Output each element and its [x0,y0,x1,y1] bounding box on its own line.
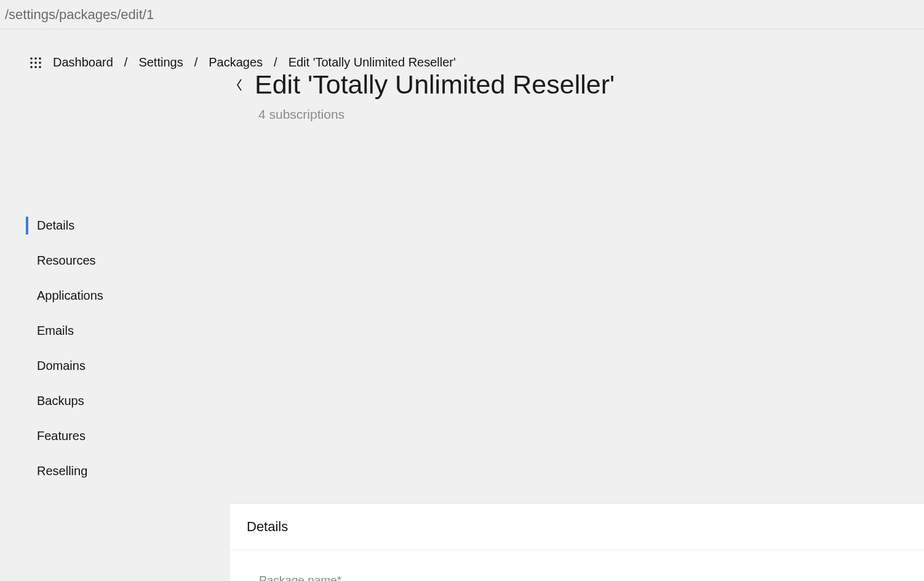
sidebar-item-label: Details [37,218,74,232]
svg-point-0 [30,57,33,60]
sidebar-item-label: Emails [37,324,74,337]
back-chevron-icon[interactable] [233,73,246,97]
sidebar-item-emails[interactable]: Emails [26,313,229,348]
svg-point-8 [39,66,41,68]
sidebar: Details Resources Applications Emails Do… [0,171,229,489]
sidebar-item-label: Features [37,429,86,443]
svg-point-3 [30,62,33,64]
package-name-label: Package name* [259,574,894,581]
svg-point-6 [30,66,33,68]
breadcrumb-separator: / [124,55,128,70]
breadcrumb-separator: / [274,55,277,70]
svg-point-5 [39,62,41,64]
sidebar-item-domains[interactable]: Domains [26,348,229,383]
breadcrumb-item-current: Edit 'Totally Unlimited Reseller' [289,55,456,70]
panel-title: Details [229,504,924,550]
page-subtitle: 4 subscriptions [258,107,924,122]
page-header: Edit 'Totally Unlimited Reseller' 4 subs… [0,70,924,122]
svg-point-7 [34,66,37,68]
sidebar-item-backups[interactable]: Backups [26,383,229,419]
svg-point-2 [39,57,41,60]
sidebar-item-resources[interactable]: Resources [26,243,229,278]
breadcrumb: Dashboard / Settings / Packages / Edit '… [0,30,924,70]
details-panel: Details Package name* This will be visib… [229,503,924,581]
page-title: Edit 'Totally Unlimited Reseller' [255,70,615,100]
apps-grid-icon[interactable] [30,57,42,68]
sidebar-item-label: Reselling [37,464,87,478]
sidebar-item-details[interactable]: Details [26,208,229,243]
sidebar-item-reselling[interactable]: Reselling [26,454,229,489]
url-path: /settings/packages/edit/1 [5,7,154,23]
sidebar-item-label: Domains [37,359,86,372]
sidebar-item-label: Resources [37,254,96,267]
svg-point-4 [34,62,37,64]
package-name-group: Package name* This will be visible to yo… [259,574,894,581]
breadcrumb-item-packages[interactable]: Packages [209,55,263,70]
breadcrumb-item-dashboard[interactable]: Dashboard [53,55,113,70]
sidebar-item-features[interactable]: Features [26,419,229,454]
breadcrumb-separator: / [194,55,198,70]
breadcrumb-item-settings[interactable]: Settings [138,55,183,70]
svg-point-1 [34,57,37,60]
sidebar-item-label: Applications [37,289,103,302]
sidebar-item-label: Backups [37,394,84,407]
url-bar: /settings/packages/edit/1 [0,0,924,30]
sidebar-item-applications[interactable]: Applications [26,278,229,313]
